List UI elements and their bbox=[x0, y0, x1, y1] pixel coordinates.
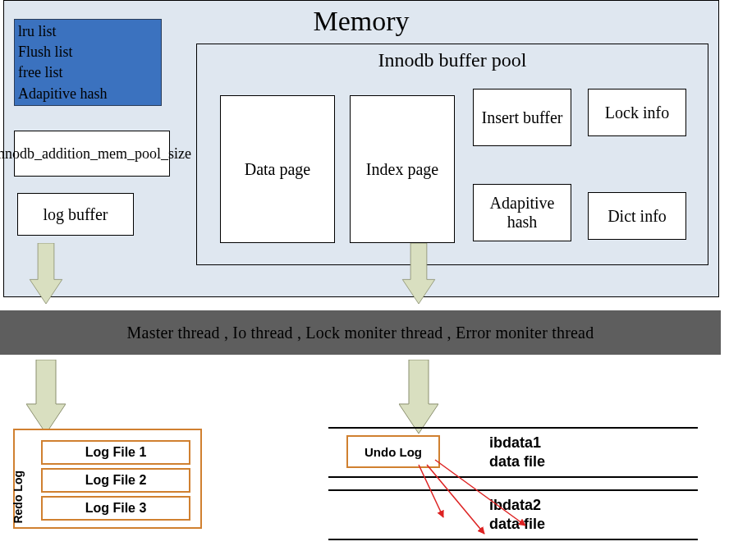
arrow-down-icon bbox=[399, 360, 438, 434]
ibdata2-label: ibdata2 data file bbox=[489, 496, 545, 533]
undo-log-box: Undo Log bbox=[346, 435, 440, 468]
undo-log-label: Undo Log bbox=[364, 445, 422, 459]
memory-title: Memory bbox=[313, 6, 409, 37]
arrow-down-icon bbox=[399, 243, 438, 304]
flush-list-label: Flush list bbox=[18, 42, 158, 62]
ibdata1-name: ibdata1 bbox=[489, 434, 541, 451]
svg-marker-3 bbox=[399, 360, 438, 434]
threads-bar: Master thread , Io thread , Lock moniter… bbox=[0, 310, 721, 355]
addition-mem-pool-box: Innodb_addition_mem_pool_size bbox=[14, 131, 170, 177]
log-buffer-box: log buffer bbox=[17, 193, 134, 236]
log-file-1-box: Log File 1 bbox=[41, 440, 190, 465]
lock-info-box: Lock info bbox=[588, 89, 686, 136]
free-list-label: free list bbox=[18, 62, 158, 83]
log-file-2-label: Log File 2 bbox=[85, 473, 147, 488]
dict-info-label: Dict info bbox=[608, 207, 667, 226]
ibdata2-row: ibdata2 data file bbox=[328, 489, 698, 540]
index-page-label: Index page bbox=[366, 160, 438, 179]
arrow-down-icon bbox=[26, 360, 66, 434]
redo-log-label: Redo Log bbox=[11, 470, 25, 524]
lock-info-label: Lock info bbox=[605, 103, 669, 122]
svg-marker-1 bbox=[402, 243, 434, 304]
insert-buffer-box: Insert buffer bbox=[473, 89, 571, 146]
log-file-3-label: Log File 3 bbox=[85, 501, 147, 516]
log-file-3-box: Log File 3 bbox=[41, 496, 190, 521]
log-file-2-box: Log File 2 bbox=[41, 468, 190, 493]
insert-buffer-label: Insert buffer bbox=[481, 108, 562, 127]
svg-marker-2 bbox=[26, 360, 66, 434]
data-page-box: Data page bbox=[220, 95, 335, 243]
ibdata2-sub: data file bbox=[489, 516, 545, 532]
threads-text: Master thread , Io thread , Lock moniter… bbox=[127, 324, 594, 342]
buffer-pool-block: Innodb buffer pool Data page Index page … bbox=[196, 44, 708, 265]
dict-info-box: Dict info bbox=[588, 192, 686, 240]
memory-block: Memory lru list Flush list free list Ada… bbox=[3, 0, 719, 297]
ibdata1-sub: data file bbox=[489, 453, 545, 470]
ibdata1-label: ibdata1 data file bbox=[489, 434, 545, 470]
adaptive-hash-label: Adapitive hash bbox=[475, 194, 569, 232]
redo-log-group: Redo Log Log File 1 Log File 2 Log File … bbox=[13, 429, 202, 529]
lru-list-label: lru list bbox=[18, 21, 158, 42]
index-page-box: Index page bbox=[350, 95, 455, 243]
ibdata2-name: ibdata2 bbox=[489, 497, 541, 513]
adaptive-hash-box: Adapitive hash bbox=[473, 184, 571, 241]
log-buffer-label: log buffer bbox=[43, 205, 108, 224]
data-page-label: Data page bbox=[245, 160, 311, 179]
buffer-pool-title: Innodb buffer pool bbox=[378, 49, 527, 71]
memory-lists-box: lru list Flush list free list Adapitive … bbox=[14, 19, 162, 106]
adaptive-hash-list-label: Adapitive hash bbox=[18, 84, 158, 104]
svg-marker-0 bbox=[30, 243, 62, 304]
addition-mem-pool-label: Innodb_addition_mem_pool_size bbox=[0, 145, 191, 163]
arrow-down-icon bbox=[26, 243, 66, 304]
log-file-1-label: Log File 1 bbox=[85, 445, 147, 460]
